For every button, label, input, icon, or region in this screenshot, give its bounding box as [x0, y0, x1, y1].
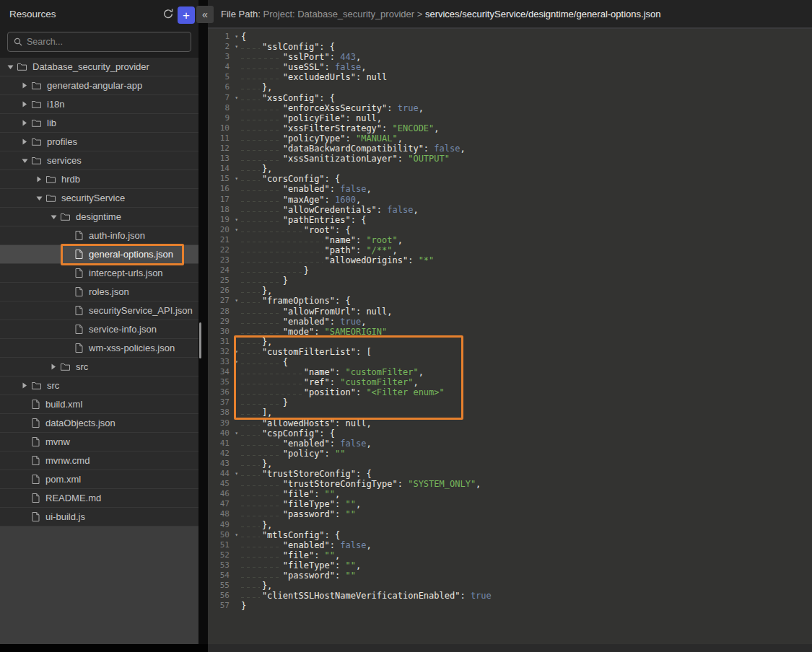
tree-item-pom.xml[interactable]: pom.xml	[0, 470, 198, 489]
fold-arrow-icon[interactable]: ▾	[235, 174, 238, 184]
line-number: 53	[208, 560, 240, 570]
search-input[interactable]	[27, 37, 185, 47]
tree-item-generated-angular-app[interactable]: generated-angular-app	[0, 76, 198, 95]
fold-arrow-icon[interactable]: ▾	[235, 357, 238, 367]
line-number-text: 42	[220, 449, 230, 458]
code-token: "MANUAL"	[356, 133, 398, 144]
tree-item-label: securityService_API.json	[89, 305, 193, 316]
indent-guide	[241, 337, 262, 347]
chevron-right-icon[interactable]	[22, 138, 32, 145]
chevron-right-icon[interactable]	[51, 364, 61, 370]
tree-item-service-info.json[interactable]: service-info.json	[0, 320, 198, 339]
chevron-right-icon[interactable]	[22, 101, 32, 107]
tree-item-designtime[interactable]: designtime	[0, 208, 198, 226]
tree-item-build.xml[interactable]: build.xml	[0, 395, 198, 414]
tree-item-mvnw[interactable]: mvnw	[0, 433, 198, 451]
line-number-text: 32	[220, 347, 230, 356]
tree-item-securityService[interactable]: securityService	[0, 189, 198, 208]
code-line: "allowCredentials": false,	[241, 205, 812, 215]
indent-guide	[241, 123, 283, 133]
fold-arrow-icon[interactable]: ▾	[235, 32, 238, 42]
line-number: 6	[208, 82, 240, 92]
resources-header: Resources +	[0, 0, 198, 58]
tree-item-hrdb[interactable]: hrdb	[0, 170, 198, 189]
tree-item-services[interactable]: services	[0, 151, 198, 170]
code-token: ,	[361, 62, 366, 72]
code-token: ""	[346, 499, 356, 509]
tree-item-general-options.json[interactable]: general-options.json	[0, 245, 198, 264]
code-token: ,	[413, 205, 418, 215]
tree-item-dataObjects.json[interactable]: dataObjects.json	[0, 414, 198, 433]
code-token: ,	[356, 52, 361, 62]
chevron-down-icon[interactable]	[7, 64, 17, 70]
code-token: "root": {	[304, 225, 351, 235]
fold-arrow-icon[interactable]: ▾	[235, 469, 238, 479]
line-number-text: 23	[220, 255, 230, 265]
code-token: "path":	[325, 245, 367, 255]
indent-guide	[241, 317, 283, 327]
chevron-right-icon[interactable]	[22, 82, 32, 89]
file-icon	[75, 325, 83, 334]
refresh-button[interactable]	[160, 7, 176, 23]
folder-icon	[17, 63, 27, 71]
line-number-text: 31	[220, 337, 230, 346]
fold-arrow-icon[interactable]: ▾	[235, 428, 238, 439]
tree-item-src[interactable]: src	[0, 358, 198, 376]
tree-item-auth-info.json[interactable]: auth-info.json	[0, 226, 198, 245]
code-lines[interactable]: {"sslConfig": {"sslPort": 443,"useSSL": …	[240, 32, 812, 644]
code-line: },	[241, 164, 812, 174]
tree-item-Database_security_provider[interactable]: Database_security_provider	[0, 58, 198, 76]
code-line: "dataBackwardCompatibility": false,	[241, 144, 812, 154]
tree-item-src[interactable]: src	[0, 376, 198, 395]
tree-item-securityService_API.json[interactable]: securityService_API.json	[0, 301, 198, 320]
fold-arrow-icon[interactable]: ▾	[235, 93, 238, 103]
code-token: ,	[361, 317, 366, 327]
tree-item-intercept-urls.json[interactable]: intercept-urls.json	[0, 264, 198, 283]
chevron-down-icon[interactable]	[36, 195, 46, 201]
indent-guide	[241, 509, 283, 519]
fold-arrow-icon[interactable]: ▾	[235, 530, 238, 540]
tree-scrollbar-track[interactable]	[198, 0, 208, 644]
add-resource-button[interactable]: +	[178, 6, 195, 24]
tree-item-roles.json[interactable]: roles.json	[0, 283, 198, 301]
collapse-panel-button[interactable]: «	[196, 6, 214, 23]
tree-item-label: auth-info.json	[89, 230, 145, 241]
indent-guide	[241, 184, 283, 194]
chevron-right-icon[interactable]	[22, 382, 32, 389]
code-editor[interactable]: 1▾2▾34567▾89101112131415▾16171819▾20▾212…	[208, 29, 812, 644]
chevron-right-icon[interactable]	[22, 120, 32, 126]
tree-item-lib[interactable]: lib	[0, 114, 198, 133]
chevron-down-icon[interactable]	[51, 214, 61, 220]
code-line: "xssSanitizationLayer": "OUTPUT"	[241, 154, 812, 164]
code-token: {	[241, 32, 246, 42]
line-number-text: 14	[220, 164, 230, 173]
tree-item-i18n[interactable]: i18n	[0, 95, 198, 114]
tree-item-mvnw.cmd[interactable]: mvnw.cmd	[0, 451, 198, 470]
fold-arrow-icon[interactable]: ▾	[235, 225, 238, 235]
line-number-text: 18	[220, 205, 230, 214]
search-box[interactable]	[7, 32, 191, 52]
code-line: "fileType": "",	[241, 499, 812, 509]
code-line: "trustStoreConfig": {	[241, 469, 812, 479]
tree-item-ui-build.js[interactable]: ui-build.js	[0, 508, 198, 527]
chevron-down-icon[interactable]	[22, 158, 32, 164]
chevron-right-icon[interactable]	[36, 176, 46, 182]
fold-arrow-icon[interactable]: ▾	[235, 296, 238, 306]
fold-arrow-icon[interactable]: ▾	[235, 347, 238, 357]
tree-item-README.md[interactable]: README.md	[0, 489, 198, 508]
fold-arrow-icon[interactable]: ▾	[235, 215, 238, 225]
fold-arrow-icon[interactable]: ▾	[235, 42, 238, 52]
code-line: "password": ""	[241, 509, 812, 519]
code-token: "allowCredentials":	[283, 205, 388, 215]
code-token: ""	[325, 489, 335, 499]
line-number: 27▾	[208, 296, 240, 306]
line-number-text: 41	[220, 439, 230, 448]
tree-scrollbar-thumb[interactable]	[199, 322, 201, 358]
code-token: false	[434, 144, 460, 154]
indent-guide	[241, 581, 262, 591]
line-number: 36	[208, 387, 240, 397]
tree-item-wm-xss-policies.json[interactable]: wm-xss-policies.json	[0, 339, 198, 358]
bottom-strip-right	[208, 644, 812, 652]
line-number-text: 17	[220, 195, 230, 204]
tree-item-profiles[interactable]: profiles	[0, 133, 198, 151]
